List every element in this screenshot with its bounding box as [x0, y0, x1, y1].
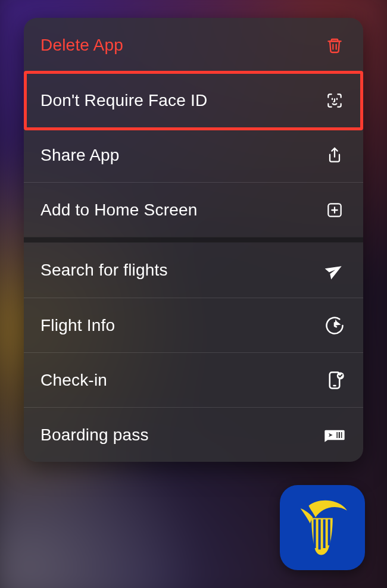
svg-rect-8	[323, 520, 326, 548]
menu-item-label: Add to Home Screen	[40, 201, 198, 220]
plus-square-icon	[323, 198, 347, 222]
menu-item-label: Delete App	[40, 36, 123, 55]
boarding-pass-button[interactable]: Boarding pass	[24, 407, 363, 462]
phone-check-icon	[323, 368, 347, 392]
share-app-button[interactable]: Share App	[24, 127, 363, 182]
menu-item-label: Don't Require Face ID	[40, 91, 207, 110]
search-flights-button[interactable]: Search for flights	[24, 243, 363, 298]
airplane-icon	[323, 258, 347, 282]
faceid-icon	[323, 89, 347, 112]
menu-item-label: Share App	[40, 146, 120, 165]
dont-require-faceid-button[interactable]: Don't Require Face ID	[24, 73, 363, 127]
share-icon	[323, 143, 347, 167]
context-menu: Delete App Don't Require Face ID Share A…	[24, 18, 363, 462]
flight-info-button[interactable]: Flight Info	[24, 298, 363, 352]
svg-rect-9	[328, 520, 330, 546]
check-in-button[interactable]: Check-in	[24, 352, 363, 407]
svg-rect-3	[336, 432, 338, 438]
svg-rect-6	[314, 520, 316, 548]
menu-item-label: Search for flights	[40, 261, 168, 280]
delete-app-button[interactable]: Delete App	[24, 18, 363, 73]
menu-item-label: Boarding pass	[40, 426, 149, 445]
trash-icon	[323, 33, 347, 57]
boarding-pass-icon	[323, 423, 347, 447]
ryanair-harp-logo-icon	[288, 493, 357, 562]
svg-rect-7	[319, 520, 321, 550]
menu-section-divider	[24, 237, 363, 243]
svg-rect-4	[339, 432, 340, 438]
svg-rect-5	[341, 432, 342, 438]
menu-item-label: Check-in	[40, 371, 107, 390]
add-to-home-screen-button[interactable]: Add to Home Screen	[24, 182, 363, 237]
menu-item-label: Flight Info	[40, 316, 115, 335]
flight-clock-icon	[323, 314, 347, 337]
ryanair-app-icon[interactable]	[280, 485, 365, 570]
